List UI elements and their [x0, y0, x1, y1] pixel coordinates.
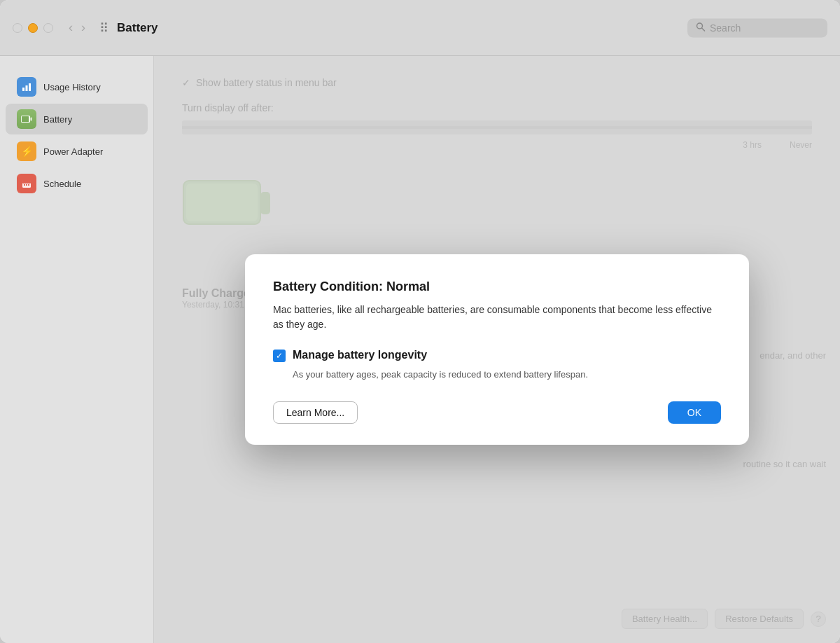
- svg-rect-10: [24, 184, 25, 186]
- window-title: Battery: [117, 21, 158, 35]
- sidebar-item-power-adapter-label: Power Adapter: [43, 146, 103, 157]
- usage-history-icon: [17, 77, 36, 97]
- battery-icon: [17, 109, 36, 129]
- sidebar-item-schedule[interactable]: Schedule: [6, 168, 148, 199]
- modal-dialog: Battery Condition: Normal Mac batteries,…: [245, 254, 749, 445]
- sidebar-item-power-adapter[interactable]: ⚡ Power Adapter: [6, 136, 148, 167]
- schedule-icon: [17, 174, 36, 193]
- svg-line-1: [702, 28, 705, 31]
- minimize-button[interactable]: [28, 23, 38, 33]
- svg-rect-12: [28, 184, 29, 186]
- svg-rect-7: [22, 116, 29, 122]
- checkbox-label: Manage battery longevity: [293, 349, 427, 361]
- svg-rect-6: [31, 118, 32, 121]
- power-adapter-icon: ⚡: [17, 141, 36, 161]
- grid-icon: ⠿: [99, 20, 108, 36]
- main-window: ‹ › ⠿ Battery Search: [0, 0, 840, 643]
- checkbox-check-icon: ✓: [276, 351, 283, 361]
- sidebar: Usage History Battery ⚡ Power Adapter: [0, 56, 154, 643]
- sidebar-item-schedule-label: Schedule: [43, 179, 81, 189]
- forward-button[interactable]: ›: [78, 19, 88, 36]
- svg-rect-4: [29, 83, 31, 91]
- svg-rect-3: [26, 85, 28, 91]
- learn-more-button[interactable]: Learn More...: [273, 401, 358, 424]
- content-area: Usage History Battery ⚡ Power Adapter: [0, 56, 840, 643]
- svg-rect-11: [26, 184, 27, 186]
- maximize-button[interactable]: [43, 23, 53, 33]
- back-button[interactable]: ‹: [66, 19, 76, 36]
- search-placeholder: Search: [710, 22, 741, 34]
- svg-rect-9: [22, 181, 31, 184]
- ok-button[interactable]: OK: [668, 401, 721, 424]
- manage-longevity-checkbox[interactable]: ✓: [273, 350, 286, 362]
- sidebar-item-usage-history[interactable]: Usage History: [6, 71, 148, 102]
- modal-description: Mac batteries, like all rechargeable bat…: [273, 303, 721, 332]
- checkbox-sublabel: As your battery ages, peak capacity is r…: [293, 368, 721, 382]
- svg-rect-2: [22, 88, 24, 91]
- sidebar-item-battery-label: Battery: [43, 114, 72, 125]
- title-bar: ‹ › ⠿ Battery Search: [0, 0, 840, 56]
- window-controls: [13, 23, 53, 33]
- search-icon: [696, 22, 706, 34]
- sidebar-item-usage-history-label: Usage History: [43, 82, 101, 92]
- modal-backdrop: Battery Condition: Normal Mac batteries,…: [154, 56, 840, 643]
- close-button[interactable]: [13, 23, 22, 33]
- modal-title: Battery Condition: Normal: [273, 279, 721, 294]
- checkbox-row: ✓ Manage battery longevity: [273, 349, 721, 362]
- modal-buttons: Learn More... OK: [273, 401, 721, 424]
- search-box[interactable]: Search: [687, 18, 827, 37]
- main-pane: ✓ Show battery status in menu bar Turn d…: [154, 56, 840, 643]
- nav-buttons: ‹ ›: [66, 19, 88, 36]
- sidebar-item-battery[interactable]: Battery: [6, 104, 148, 134]
